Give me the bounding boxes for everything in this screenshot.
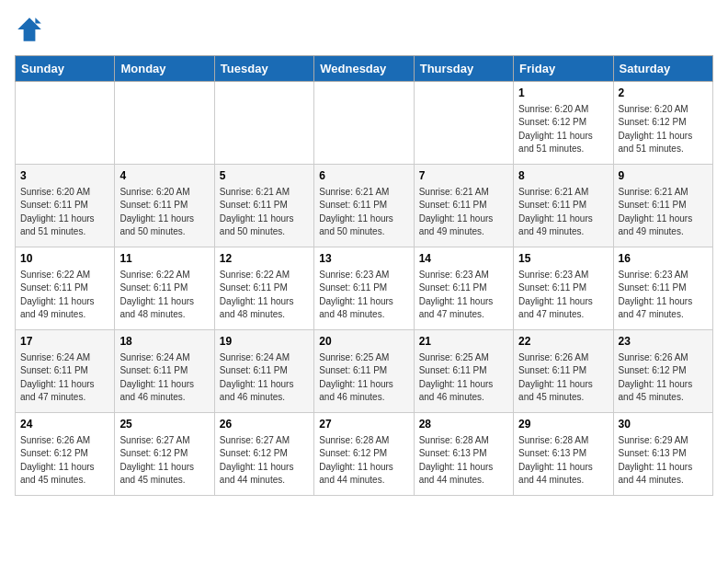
calendar-cell: 11Sunrise: 6:22 AM Sunset: 6:11 PM Dayli… (115, 247, 214, 330)
calendar-cell: 10Sunrise: 6:22 AM Sunset: 6:11 PM Dayli… (16, 247, 115, 330)
calendar-cell: 18Sunrise: 6:24 AM Sunset: 6:11 PM Dayli… (115, 330, 214, 413)
day-info: Sunrise: 6:21 AM Sunset: 6:11 PM Dayligh… (419, 186, 508, 239)
calendar-cell: 20Sunrise: 6:25 AM Sunset: 6:11 PM Dayli… (314, 330, 414, 413)
calendar-cell: 16Sunrise: 6:23 AM Sunset: 6:11 PM Dayli… (613, 247, 712, 330)
day-info: Sunrise: 6:20 AM Sunset: 6:12 PM Dayligh… (518, 103, 608, 156)
calendar-cell (414, 82, 513, 165)
calendar-cell: 29Sunrise: 6:28 AM Sunset: 6:13 PM Dayli… (514, 413, 613, 496)
day-number: 1 (518, 86, 608, 101)
day-number: 10 (20, 251, 109, 267)
day-number: 15 (518, 251, 608, 267)
calendar-cell (314, 82, 414, 165)
calendar-week-row: 3Sunrise: 6:20 AM Sunset: 6:11 PM Daylig… (16, 165, 713, 247)
day-info: Sunrise: 6:25 AM Sunset: 6:11 PM Dayligh… (319, 351, 408, 405)
day-info: Sunrise: 6:20 AM Sunset: 6:11 PM Dayligh… (20, 186, 109, 239)
day-number: 23 (619, 334, 708, 350)
day-info: Sunrise: 6:26 AM Sunset: 6:11 PM Dayligh… (518, 351, 608, 405)
day-number: 3 (20, 168, 109, 184)
day-info: Sunrise: 6:24 AM Sunset: 6:11 PM Dayligh… (220, 351, 309, 405)
calendar-cell: 21Sunrise: 6:25 AM Sunset: 6:11 PM Dayli… (414, 330, 513, 413)
calendar-cell: 28Sunrise: 6:28 AM Sunset: 6:13 PM Dayli… (414, 413, 513, 496)
day-number: 21 (419, 334, 508, 350)
day-info: Sunrise: 6:22 AM Sunset: 6:11 PM Dayligh… (119, 269, 209, 322)
calendar-header-friday: Friday (514, 56, 613, 82)
day-info: Sunrise: 6:25 AM Sunset: 6:11 PM Dayligh… (419, 351, 508, 405)
day-info: Sunrise: 6:20 AM Sunset: 6:11 PM Dayligh… (119, 186, 209, 239)
day-info: Sunrise: 6:22 AM Sunset: 6:11 PM Dayligh… (220, 269, 309, 322)
calendar-cell: 4Sunrise: 6:20 AM Sunset: 6:11 PM Daylig… (115, 165, 214, 247)
calendar-header-thursday: Thursday (414, 56, 513, 82)
day-info: Sunrise: 6:23 AM Sunset: 6:11 PM Dayligh… (319, 269, 408, 322)
calendar-cell: 24Sunrise: 6:26 AM Sunset: 6:12 PM Dayli… (16, 413, 115, 496)
day-number: 22 (518, 334, 608, 350)
day-info: Sunrise: 6:21 AM Sunset: 6:11 PM Dayligh… (220, 186, 309, 239)
calendar-header-saturday: Saturday (613, 56, 712, 82)
day-number: 5 (220, 168, 309, 184)
day-info: Sunrise: 6:29 AM Sunset: 6:13 PM Dayligh… (619, 434, 708, 488)
calendar-cell (115, 82, 214, 165)
day-info: Sunrise: 6:26 AM Sunset: 6:12 PM Dayligh… (619, 351, 708, 405)
day-number: 26 (220, 417, 309, 432)
day-number: 17 (20, 334, 109, 350)
day-info: Sunrise: 6:23 AM Sunset: 6:11 PM Dayligh… (419, 269, 508, 322)
day-number: 2 (619, 86, 708, 101)
day-info: Sunrise: 6:23 AM Sunset: 6:11 PM Dayligh… (619, 269, 708, 322)
calendar-cell: 14Sunrise: 6:23 AM Sunset: 6:11 PM Dayli… (414, 247, 513, 330)
day-info: Sunrise: 6:28 AM Sunset: 6:13 PM Dayligh… (518, 434, 608, 488)
day-number: 13 (319, 251, 408, 267)
day-number: 29 (518, 417, 608, 432)
calendar-cell: 26Sunrise: 6:27 AM Sunset: 6:12 PM Dayli… (214, 413, 313, 496)
calendar-cell: 30Sunrise: 6:29 AM Sunset: 6:13 PM Dayli… (613, 413, 712, 496)
calendar-cell: 27Sunrise: 6:28 AM Sunset: 6:12 PM Dayli… (314, 413, 414, 496)
calendar-week-row: 1Sunrise: 6:20 AM Sunset: 6:12 PM Daylig… (16, 82, 713, 165)
calendar-cell: 3Sunrise: 6:20 AM Sunset: 6:11 PM Daylig… (16, 165, 115, 247)
calendar-cell (16, 82, 115, 165)
calendar-header-sunday: Sunday (16, 56, 115, 82)
calendar-header-row: SundayMondayTuesdayWednesdayThursdayFrid… (16, 56, 713, 82)
calendar-cell (214, 82, 313, 165)
calendar-header-monday: Monday (115, 56, 214, 82)
calendar-cell: 13Sunrise: 6:23 AM Sunset: 6:11 PM Dayli… (314, 247, 414, 330)
day-number: 6 (319, 168, 408, 184)
day-info: Sunrise: 6:23 AM Sunset: 6:11 PM Dayligh… (518, 269, 608, 322)
day-number: 20 (319, 334, 408, 350)
calendar-cell: 19Sunrise: 6:24 AM Sunset: 6:11 PM Dayli… (214, 330, 313, 413)
day-info: Sunrise: 6:21 AM Sunset: 6:11 PM Dayligh… (319, 186, 408, 239)
header (15, 15, 713, 44)
day-number: 30 (619, 417, 708, 432)
day-number: 7 (419, 168, 508, 184)
calendar-cell: 25Sunrise: 6:27 AM Sunset: 6:12 PM Dayli… (115, 413, 214, 496)
calendar-cell: 22Sunrise: 6:26 AM Sunset: 6:11 PM Dayli… (514, 330, 613, 413)
day-info: Sunrise: 6:28 AM Sunset: 6:13 PM Dayligh… (419, 434, 508, 488)
calendar-cell: 8Sunrise: 6:21 AM Sunset: 6:11 PM Daylig… (514, 165, 613, 247)
day-info: Sunrise: 6:28 AM Sunset: 6:12 PM Dayligh… (319, 434, 408, 488)
day-number: 11 (119, 251, 209, 267)
logo (15, 15, 48, 44)
day-info: Sunrise: 6:21 AM Sunset: 6:11 PM Dayligh… (518, 186, 608, 239)
calendar-week-row: 10Sunrise: 6:22 AM Sunset: 6:11 PM Dayli… (16, 247, 713, 330)
day-number: 12 (220, 251, 309, 267)
calendar-cell: 6Sunrise: 6:21 AM Sunset: 6:11 PM Daylig… (314, 165, 414, 247)
calendar-cell: 15Sunrise: 6:23 AM Sunset: 6:11 PM Dayli… (514, 247, 613, 330)
logo-icon (15, 15, 44, 44)
day-info: Sunrise: 6:24 AM Sunset: 6:11 PM Dayligh… (119, 351, 209, 405)
day-info: Sunrise: 6:21 AM Sunset: 6:11 PM Dayligh… (619, 186, 708, 239)
calendar-table: SundayMondayTuesdayWednesdayThursdayFrid… (15, 55, 713, 496)
day-number: 18 (119, 334, 209, 350)
day-number: 24 (20, 417, 109, 432)
day-info: Sunrise: 6:27 AM Sunset: 6:12 PM Dayligh… (119, 434, 209, 488)
svg-marker-1 (35, 17, 40, 23)
day-info: Sunrise: 6:24 AM Sunset: 6:11 PM Dayligh… (20, 351, 109, 405)
day-number: 19 (220, 334, 309, 350)
day-number: 16 (619, 251, 708, 267)
calendar-week-row: 17Sunrise: 6:24 AM Sunset: 6:11 PM Dayli… (16, 330, 713, 413)
calendar-header-wednesday: Wednesday (314, 56, 414, 82)
day-number: 9 (619, 168, 708, 184)
calendar-week-row: 24Sunrise: 6:26 AM Sunset: 6:12 PM Dayli… (16, 413, 713, 496)
calendar-cell: 12Sunrise: 6:22 AM Sunset: 6:11 PM Dayli… (214, 247, 313, 330)
calendar-cell: 1Sunrise: 6:20 AM Sunset: 6:12 PM Daylig… (514, 82, 613, 165)
calendar-header-tuesday: Tuesday (214, 56, 313, 82)
calendar-cell: 7Sunrise: 6:21 AM Sunset: 6:11 PM Daylig… (414, 165, 513, 247)
day-number: 25 (119, 417, 209, 432)
day-number: 28 (419, 417, 508, 432)
